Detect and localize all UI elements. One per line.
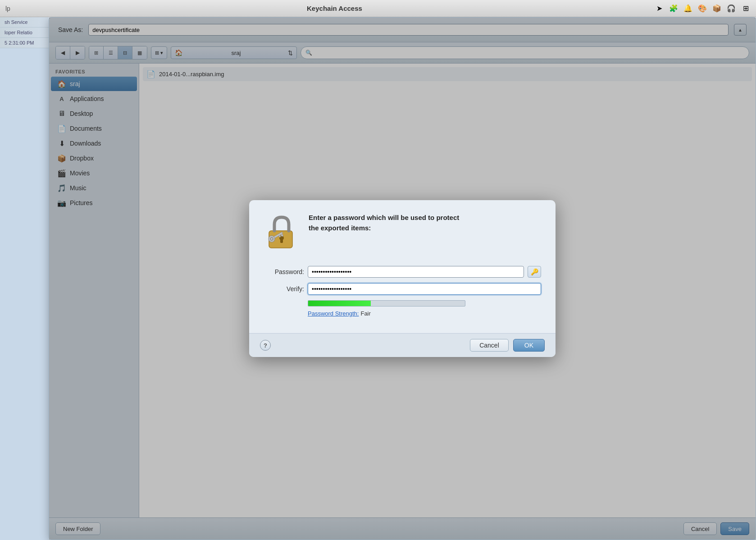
- lock-icon: [265, 215, 298, 252]
- cancel-dialog-button[interactable]: Cancel: [470, 339, 509, 352]
- verify-input[interactable]: [308, 283, 541, 295]
- puzzle-icon[interactable]: 🧩: [669, 4, 679, 14]
- password-dialog: Enter a password which will be used to p…: [249, 200, 556, 357]
- dialog-title-line1: Enter a password which will be used to p…: [309, 213, 459, 223]
- save-dialog: Save As: ▲ ◀ ▶ ⊞ ☰ ⊟ ▦ ⊞ ▾ 🏠 sraj ⇅ 🔍: [49, 17, 756, 540]
- expand-icon[interactable]: ⊞: [741, 4, 751, 14]
- headphones-icon[interactable]: 🎧: [726, 4, 736, 14]
- menubar: lp Keychain Access ➤ 🧩 🔔 🎨 📦 🎧 ⊞: [0, 0, 756, 17]
- box-icon[interactable]: 📦: [712, 4, 722, 14]
- password-strength-link[interactable]: Password Strength:: [308, 310, 359, 317]
- dialog-buttons: Cancel OK: [470, 339, 545, 352]
- cursor-icon: ➤: [654, 4, 664, 14]
- dialog-title-text: Enter a password which will be used to p…: [309, 213, 459, 233]
- bg-left-hint: sh Service loper Relatio 5 2:31:00 PM: [0, 17, 49, 48]
- lock-icon-container: [264, 213, 300, 253]
- svg-rect-2: [280, 239, 283, 243]
- password-input[interactable]: [308, 266, 524, 278]
- help-button[interactable]: ?: [260, 340, 271, 351]
- bg-hint-row-3: 5 2:31:00 PM: [0, 38, 49, 48]
- color-wheel-icon[interactable]: 🎨: [697, 4, 707, 14]
- dialog-footer: ? Cancel OK: [249, 333, 556, 357]
- strength-value: Fair: [360, 310, 370, 317]
- bg-hint-row-1: sh Service: [0, 17, 49, 27]
- verify-row: Verify:: [264, 283, 541, 295]
- password-label: Password:: [264, 268, 304, 275]
- key-icon: 🔑: [531, 268, 538, 275]
- strength-row: Password Strength: Fair: [264, 300, 541, 317]
- ok-button[interactable]: OK: [513, 339, 545, 352]
- menu-lp-text[interactable]: lp: [5, 5, 10, 12]
- bell-icon[interactable]: 🔔: [683, 4, 693, 14]
- dialog-body: Enter a password which will be used to p…: [249, 200, 556, 333]
- menubar-icons: ➤ 🧩 🔔 🎨 📦 🎧 ⊞: [654, 4, 751, 14]
- verify-label: Verify:: [264, 285, 304, 293]
- password-row: Password: 🔑: [264, 266, 541, 278]
- strength-bar-container: [308, 300, 465, 307]
- strength-label-row: Password Strength: Fair: [308, 310, 371, 317]
- bg-hint-row-2: loper Relatio: [0, 27, 49, 38]
- dialog-title-line2: the exported items:: [309, 223, 459, 233]
- dialog-overlay: Enter a password which will be used to p…: [49, 18, 756, 540]
- menubar-title: Keychain Access: [15, 5, 654, 12]
- key-button[interactable]: 🔑: [528, 266, 541, 278]
- strength-bar-fill: [308, 301, 371, 306]
- dialog-header: Enter a password which will be used to p…: [264, 213, 541, 253]
